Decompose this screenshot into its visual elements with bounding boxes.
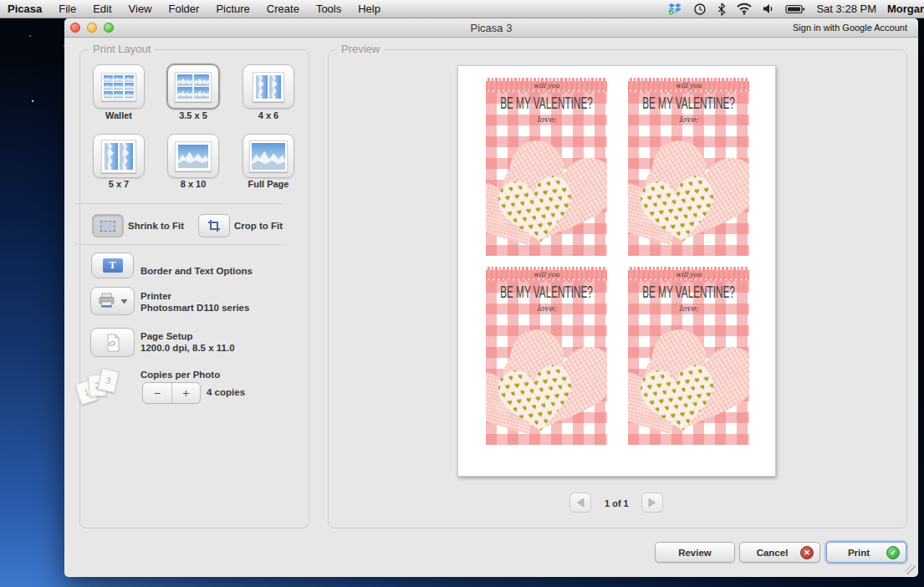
copies-stepper: − + bbox=[142, 382, 201, 404]
card-line3: love: bbox=[486, 304, 607, 313]
title-bar[interactable]: Picasa 3 Sign in with Google Account bbox=[64, 18, 918, 38]
menu-picasa[interactable]: Picasa bbox=[0, 3, 50, 15]
card-line3: love: bbox=[486, 115, 607, 124]
copies-per-photo-label: Copies per Photo bbox=[140, 370, 220, 380]
picasa-window: Picasa 3 Sign in with Google Account Pri… bbox=[64, 18, 918, 577]
card-line3: love: bbox=[628, 115, 749, 124]
layout-full-page-label: Full Page bbox=[242, 179, 294, 189]
layout-8x10-label: 8 x 10 bbox=[167, 179, 219, 189]
cancel-x-icon: ✕ bbox=[800, 546, 814, 559]
separator bbox=[75, 203, 282, 204]
window-title: Picasa 3 bbox=[64, 22, 918, 34]
crop-to-fit-button[interactable] bbox=[198, 214, 230, 237]
border-text-options-button[interactable]: T bbox=[91, 253, 134, 278]
print-button[interactable]: Print✓ bbox=[826, 542, 906, 563]
print-check-icon: ✓ bbox=[886, 546, 900, 559]
page-setup-icon bbox=[105, 333, 121, 353]
card-line2: BE MY VALENTINE? bbox=[496, 281, 598, 301]
card-line1: will you bbox=[628, 82, 749, 89]
menu-view[interactable]: View bbox=[120, 3, 161, 15]
valentine-card: will you BE MY VALENTINE? love: bbox=[486, 267, 607, 445]
copies-per-photo-icon: 1 2 3 bbox=[78, 368, 128, 411]
review-button[interactable]: Review bbox=[655, 542, 735, 563]
border-text-icon: T bbox=[103, 258, 123, 273]
print-preview-page: will you BE MY VALENTINE? love: will you… bbox=[457, 65, 776, 477]
next-page-button[interactable] bbox=[641, 493, 663, 513]
card-line1: will you bbox=[486, 82, 607, 89]
menu-picture[interactable]: Picture bbox=[207, 3, 258, 15]
layout-wallet-label: Wallet bbox=[93, 110, 145, 120]
layout-5x7-button[interactable] bbox=[93, 134, 145, 178]
previous-page-button[interactable] bbox=[569, 493, 591, 513]
page-setup-button[interactable] bbox=[90, 328, 135, 357]
resize-grip[interactable] bbox=[906, 564, 916, 574]
layout-3.5x5-button[interactable] bbox=[167, 64, 219, 109]
bluetooth-icon[interactable] bbox=[717, 3, 726, 16]
card-line1: will you bbox=[486, 271, 607, 278]
previous-page-icon bbox=[576, 498, 585, 508]
separator bbox=[75, 244, 282, 245]
menu-create[interactable]: Create bbox=[258, 3, 308, 15]
print-layout-legend: Print Layout bbox=[89, 43, 155, 55]
crop-icon bbox=[207, 219, 221, 232]
wifi-icon[interactable] bbox=[737, 3, 752, 15]
valentine-card: will you BE MY VALENTINE? love: bbox=[486, 78, 607, 256]
shrink-to-fit-label: Shrink to Fit bbox=[128, 221, 184, 231]
layout-3.5x5-label: 3.5 x 5 bbox=[167, 110, 219, 120]
card-line3: love: bbox=[628, 304, 749, 313]
layout-8x10-button[interactable] bbox=[167, 134, 219, 178]
menu-clock[interactable]: Sat 3:28 PM bbox=[816, 3, 876, 15]
page-setup-label: Page Setup bbox=[140, 331, 193, 341]
page-indicator: 1 of 1 bbox=[605, 498, 629, 508]
layout-4x6-button[interactable] bbox=[242, 64, 294, 109]
printer-dropdown-icon bbox=[120, 299, 128, 304]
menu-help[interactable]: Help bbox=[350, 3, 389, 15]
menu-bar: Picasa File Edit View Folder Picture Cre… bbox=[0, 0, 924, 18]
menu-tools[interactable]: Tools bbox=[308, 3, 350, 15]
volume-icon[interactable] bbox=[763, 3, 774, 15]
shrink-icon bbox=[100, 221, 115, 232]
preview-legend: Preview bbox=[337, 43, 384, 55]
valentine-card: will you BE MY VALENTINE? love: bbox=[628, 267, 749, 445]
menu-edit[interactable]: Edit bbox=[84, 3, 120, 15]
card-line1: will you bbox=[628, 271, 749, 278]
menu-file[interactable]: File bbox=[50, 3, 84, 15]
printer-value: Photosmart D110 series bbox=[140, 303, 249, 313]
time-machine-icon[interactable] bbox=[693, 3, 707, 16]
copies-value: 4 copies bbox=[207, 387, 245, 397]
page-setup-value: 1200.0 dpi, 8.5 x 11.0 bbox=[140, 343, 235, 353]
copies-decrement-button[interactable]: − bbox=[143, 383, 172, 403]
card-line2: BE MY VALENTINE? bbox=[496, 92, 598, 112]
copies-increment-button[interactable]: + bbox=[172, 383, 201, 403]
border-text-options-label: Border and Text Options bbox=[140, 266, 253, 276]
layout-5x7-label: 5 x 7 bbox=[93, 179, 145, 189]
layout-full-page-button[interactable] bbox=[242, 134, 294, 178]
layout-4x6-label: 4 x 6 bbox=[242, 110, 294, 120]
valentine-card: will you BE MY VALENTINE? love: bbox=[628, 78, 749, 256]
shrink-to-fit-button[interactable] bbox=[92, 214, 124, 237]
cancel-button[interactable]: Cancel✕ bbox=[739, 542, 820, 563]
printer-icon bbox=[98, 293, 118, 309]
battery-icon[interactable] bbox=[785, 3, 805, 15]
signin-link[interactable]: Sign in with Google Account bbox=[793, 23, 907, 33]
layout-wallet-button[interactable] bbox=[93, 64, 145, 109]
crop-to-fit-label: Crop to Fit bbox=[234, 221, 283, 231]
card-line2: BE MY VALENTINE? bbox=[638, 281, 740, 301]
menu-user[interactable]: Morgan bbox=[887, 3, 924, 15]
printer-button[interactable] bbox=[90, 287, 135, 315]
dropbox-icon[interactable] bbox=[667, 3, 682, 16]
menu-folder[interactable]: Folder bbox=[161, 3, 208, 15]
next-page-icon bbox=[648, 498, 656, 508]
card-line2: BE MY VALENTINE? bbox=[638, 92, 740, 112]
printer-label: Printer bbox=[140, 291, 171, 301]
